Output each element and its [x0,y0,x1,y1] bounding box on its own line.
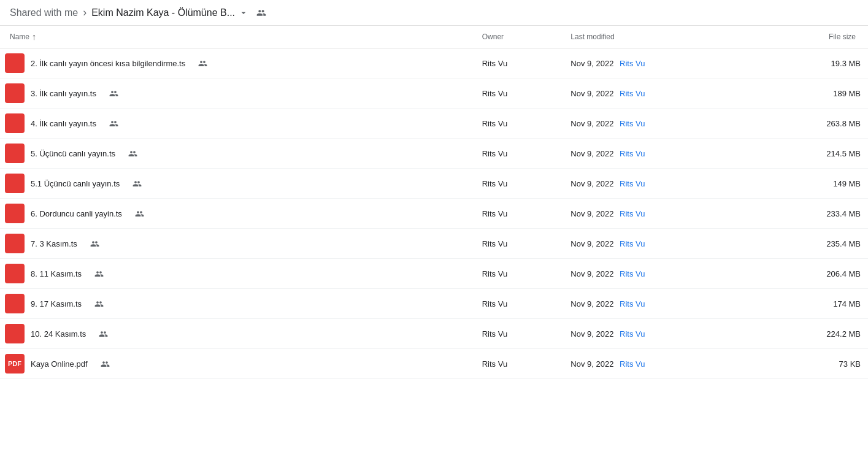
table-row[interactable]: 9. 17 Kasım.ts Rits Vu Nov 9, 2022 Rits … [0,289,868,319]
file-owner-cell[interactable]: Rits Vu [475,139,564,169]
shared-icon [125,149,137,158]
file-owner-cell[interactable]: Rits Vu [475,109,564,139]
table-row[interactable]: 7. 3 Kasım.ts Rits Vu Nov 9, 2022 Rits V… [0,229,868,259]
col-last-modified[interactable]: Last modified [563,26,760,48]
file-name-text: 4. İlk canlı yayın.ts [31,119,96,128]
file-size-cell: 214.5 MB [760,139,868,169]
file-type-icon [5,174,25,193]
file-owner-cell[interactable]: Rits Vu [475,319,564,349]
modified-by[interactable]: Rits Vu [620,179,645,188]
file-name-cell: 4. İlk canlı yayın.ts [0,109,475,139]
file-size-cell: 224.2 MB [760,319,868,349]
file-name-cell: 5. Üçüncü canlı yayın.ts [0,139,475,169]
file-owner-cell[interactable]: Rits Vu [475,48,564,79]
file-modified-cell: Nov 9, 2022 Rits Vu [563,139,760,169]
shared-icon [106,119,118,128]
file-name-text: 8. 11 Kasım.ts [31,269,82,278]
shared-icon [96,329,108,339]
table-row[interactable]: PDF Kaya Online.pdf Rits Vu Nov 9, 2022 … [0,349,868,379]
file-owner-cell[interactable]: Rits Vu [475,349,564,379]
file-modified-cell: Nov 9, 2022 Rits Vu [563,48,760,79]
file-table: Name ↑ Owner Last modified File size 2. … [0,26,868,379]
table-row[interactable]: 3. İlk canlı yayın.ts Rits Vu Nov 9, 202… [0,79,868,109]
file-type-icon [5,294,25,313]
folder-dropdown-icon[interactable] [239,8,248,18]
table-row[interactable]: 5. Üçüncü canlı yayın.ts Rits Vu Nov 9, … [0,139,868,169]
table-row[interactable]: 2. İlk canlı yayın öncesi kısa bilgilend… [0,48,868,79]
col-name[interactable]: Name ↑ [0,26,475,48]
file-name-cell: 6. Dorduncu canli yayin.ts [0,199,475,229]
file-name-cell: PDF Kaya Online.pdf [0,349,475,379]
table-row[interactable]: 8. 11 Kasım.ts Rits Vu Nov 9, 2022 Rits … [0,259,868,289]
file-size-cell: 19.3 MB [760,48,868,79]
table-row[interactable]: 5.1 Üçüncü canlı yayın.ts Rits Vu Nov 9,… [0,169,868,199]
file-size-cell: 174 MB [760,289,868,319]
file-size-cell: 149 MB [760,169,868,199]
shared-icon [106,89,118,98]
file-name-text: 5.1 Üçüncü canlı yayın.ts [31,179,120,188]
file-size-cell: 235.4 MB [760,229,868,259]
modified-by[interactable]: Rits Vu [620,359,645,369]
file-modified-cell: Nov 9, 2022 Rits Vu [563,259,760,289]
file-name-cell: 8. 11 Kasım.ts [0,259,475,289]
file-name-text: 5. Üçüncü canlı yayın.ts [31,149,115,158]
file-type-icon [5,83,25,103]
modified-by[interactable]: Rits Vu [620,209,645,218]
file-modified-cell: Nov 9, 2022 Rits Vu [563,109,760,139]
file-modified-cell: Nov 9, 2022 Rits Vu [563,229,760,259]
table-header-row: Name ↑ Owner Last modified File size [0,26,868,48]
share-people-icon[interactable] [253,8,266,18]
file-name-text: 10. 24 Kasım.ts [31,329,86,339]
file-name-text: 2. İlk canlı yayın öncesi kısa bilgilend… [31,59,185,68]
table-row[interactable]: 4. İlk canlı yayın.ts Rits Vu Nov 9, 202… [0,109,868,139]
shared-icon [132,209,144,218]
file-owner-cell[interactable]: Rits Vu [475,169,564,199]
file-modified-cell: Nov 9, 2022 Rits Vu [563,169,760,199]
file-type-icon [5,324,25,343]
file-name-cell: 2. İlk canlı yayın öncesi kısa bilgilend… [0,48,475,79]
file-name-cell: 9. 17 Kasım.ts [0,289,475,319]
table-row[interactable]: 10. 24 Kasım.ts Rits Vu Nov 9, 2022 Rits… [0,319,868,349]
file-type-icon [5,234,25,253]
modified-by[interactable]: Rits Vu [620,89,645,98]
sort-icon: ↑ [32,32,36,42]
file-owner-cell[interactable]: Rits Vu [475,199,564,229]
modified-by[interactable]: Rits Vu [620,299,645,308]
modified-by[interactable]: Rits Vu [620,119,645,128]
modified-by[interactable]: Rits Vu [620,329,645,339]
table-row[interactable]: 6. Dorduncu canli yayin.ts Rits Vu Nov 9… [0,199,868,229]
file-modified-cell: Nov 9, 2022 Rits Vu [563,319,760,349]
file-size-cell: 233.4 MB [760,199,868,229]
file-name-cell: 7. 3 Kasım.ts [0,229,475,259]
file-name-text: Kaya Online.pdf [31,359,88,369]
shared-icon [129,179,142,188]
file-size-cell: 73 KB [760,349,868,379]
breadcrumb-shared-with-me[interactable]: Shared with me [10,7,78,18]
modified-by[interactable]: Rits Vu [620,269,645,278]
col-owner[interactable]: Owner [475,26,564,48]
modified-by[interactable]: Rits Vu [620,59,645,68]
file-type-icon [5,204,25,223]
modified-by[interactable]: Rits Vu [620,239,645,248]
file-owner-cell[interactable]: Rits Vu [475,289,564,319]
file-size-cell: 189 MB [760,79,868,109]
breadcrumb-separator: › [83,6,86,19]
file-type-icon [5,144,25,163]
file-owner-cell[interactable]: Rits Vu [475,79,564,109]
file-name-cell: 5.1 Üçüncü canlı yayın.ts [0,169,475,199]
modified-by[interactable]: Rits Vu [620,149,645,158]
file-name-text: 9. 17 Kasım.ts [31,299,82,308]
file-modified-cell: Nov 9, 2022 Rits Vu [563,289,760,319]
file-modified-cell: Nov 9, 2022 Rits Vu [563,349,760,379]
col-file-size[interactable]: File size [760,26,868,48]
file-type-icon [5,53,25,73]
file-name-text: 7. 3 Kasım.ts [31,239,77,248]
file-size-cell: 263.8 MB [760,109,868,139]
file-modified-cell: Nov 9, 2022 Rits Vu [563,199,760,229]
file-owner-cell[interactable]: Rits Vu [475,229,564,259]
shared-icon [91,269,104,278]
file-owner-cell[interactable]: Rits Vu [475,259,564,289]
file-name-cell: 10. 24 Kasım.ts [0,319,475,349]
shared-icon [91,299,104,308]
shared-icon [87,239,99,248]
